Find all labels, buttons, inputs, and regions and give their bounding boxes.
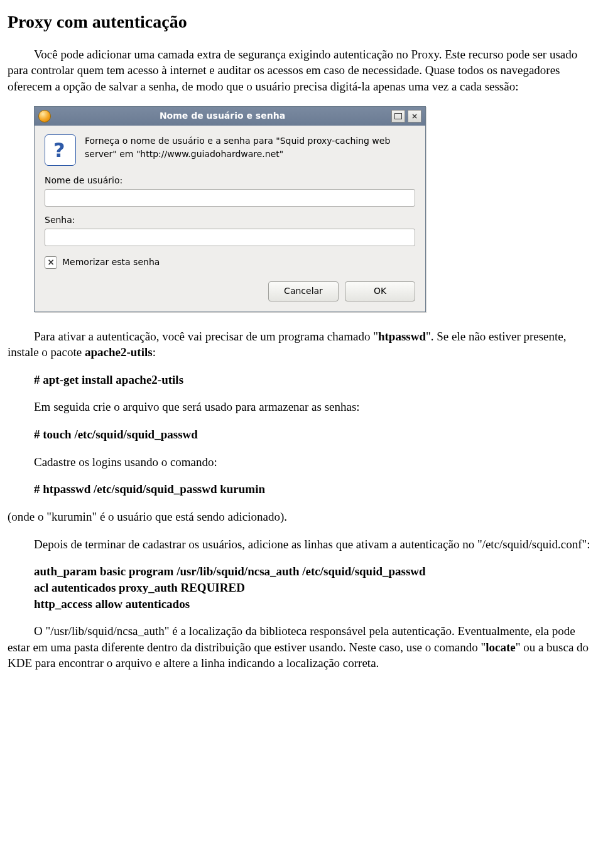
create-file-paragraph: Em seguida crie o arquivo que será usado… (34, 399, 595, 415)
page-title: Proxy com autenticação (8, 10, 595, 34)
remember-label: Memorizar esta senha (62, 256, 160, 268)
username-label: Nome de usuário: (45, 175, 415, 187)
cancel-button[interactable]: Cancelar (268, 281, 339, 301)
ncsa-auth-paragraph: O "/usr/lib/squid/ncsa_auth" é a localiz… (8, 623, 595, 671)
question-icon (45, 134, 76, 166)
maximize-icon[interactable] (391, 110, 405, 122)
dialog-body: Forneça o nome de usuário e a senha para… (35, 126, 425, 312)
cmd-apt-get: # apt-get install apache2-utils (34, 372, 595, 388)
auth-dialog: Nome de usuário e senha × Forneça o nome… (34, 106, 426, 312)
password-label: Senha: (45, 214, 415, 226)
squid-conf-lines: auth_param basic program /usr/lib/squid/… (34, 563, 595, 612)
remember-checkbox[interactable]: × (45, 256, 57, 269)
auth-dialog-screenshot: Nome de usuário e senha × Forneça o nome… (34, 106, 595, 312)
intro-paragraph: Você pode adicionar uma camada extra de … (8, 46, 595, 95)
dialog-title: Nome de usuário e senha (56, 110, 389, 122)
htpasswd-paragraph: Para ativar a autenticação, você vai pre… (8, 328, 595, 361)
conf-line-3: http_access allow autenticados (34, 596, 595, 612)
dialog-titlebar: Nome de usuário e senha × (35, 107, 425, 126)
conf-line-2: acl autenticados proxy_auth REQUIRED (34, 580, 595, 596)
password-input[interactable] (45, 229, 415, 246)
close-icon[interactable]: × (408, 110, 421, 122)
conf-line-1: auth_param basic program /usr/lib/squid/… (34, 563, 595, 580)
dialog-message: Forneça o nome de usuário e a senha para… (85, 134, 415, 166)
cmd-htpasswd: # htpasswd /etc/squid/squid_passwd kurum… (34, 481, 595, 497)
squid-conf-paragraph: Depois de terminar de cadastrar os usuár… (8, 536, 595, 553)
cmd-touch: # touch /etc/squid/squid_passwd (34, 426, 595, 443)
register-logins-paragraph: Cadastre os logins usando o comando: (34, 454, 595, 470)
ok-button[interactable]: OK (345, 281, 415, 301)
username-input[interactable] (45, 189, 415, 207)
firefox-icon (38, 110, 51, 122)
kurumin-note: (onde o "kurumin" é o usuário que está s… (8, 509, 595, 525)
